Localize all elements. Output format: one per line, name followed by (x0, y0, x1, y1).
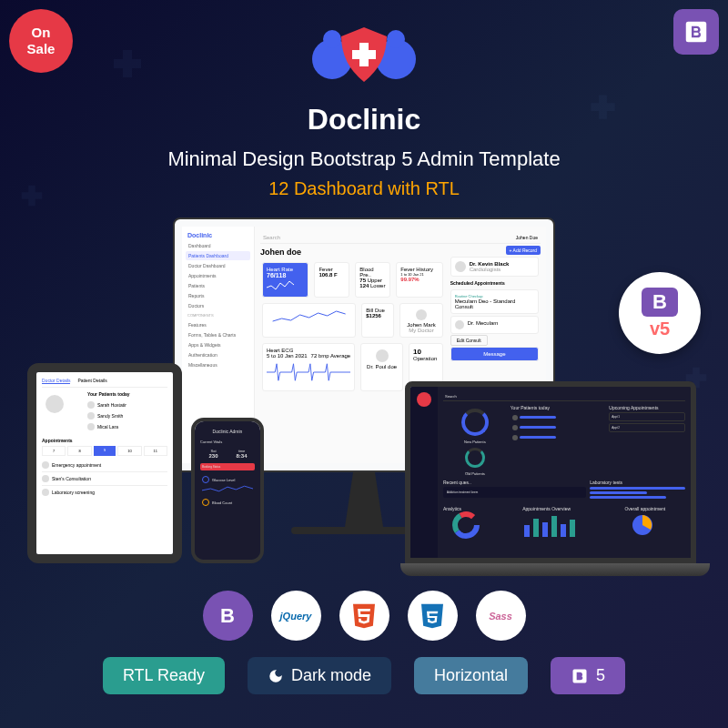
bootstrap-tech-icon: B (203, 591, 253, 641)
appts-label: Scheduled Appointments (450, 280, 539, 286)
ipad-device: Doctor Details Patient Details Your Pati… (27, 363, 182, 563)
sidebar-appointments[interactable]: Appointments (186, 271, 250, 280)
stat-val-2: 8:34 (229, 453, 254, 459)
sidebar-features[interactable]: Features (186, 320, 250, 329)
subtitle: Minimal Design Bootstrap 5 Admin Templat… (0, 147, 728, 171)
logo (300, 14, 428, 96)
horizontal-badge: Horizontal (414, 657, 528, 694)
svg-rect-12 (570, 520, 575, 537)
stat-val-1: 230 (201, 453, 226, 459)
dr-poul: Dr. Poul doe (365, 364, 399, 369)
glucose-label: Glucose Level (212, 478, 235, 482)
message-button[interactable]: Message (450, 347, 539, 361)
tech-icons-row: B jQuery Sass (0, 591, 728, 641)
sidebar-auth[interactable]: Authentication (186, 350, 250, 359)
avatar (416, 309, 427, 320)
add-record-button[interactable]: + Add Record (506, 246, 541, 255)
dr-meculam: Dr. Meculam (468, 320, 499, 329)
dark-mode-label: Dark mode (291, 666, 371, 685)
sidebar-patients[interactable]: Patients (186, 281, 250, 290)
logo-icon (417, 392, 431, 407)
horizontal-label: Horizontal (434, 666, 508, 685)
iphone-title: Doclinic Admin (198, 425, 257, 438)
op-count: 10 (413, 348, 439, 356)
bootstrap5-badge: 5 (551, 657, 625, 694)
svg-rect-7 (524, 525, 530, 537)
avatar (46, 395, 64, 413)
avatar (376, 349, 389, 362)
user-name[interactable]: Johen Doe (516, 235, 538, 240)
appt-2[interactable]: Sten's Consultation (52, 476, 91, 481)
iphone-device: Doclinic Admin Current Vitals Sat 230 ti… (191, 418, 264, 563)
tab-doctor[interactable]: Doctor Details (42, 378, 70, 384)
bootstrap-version: v5 (650, 318, 670, 339)
sidebar-apps[interactable]: Apps & Widgets (186, 340, 250, 349)
search-label[interactable]: Search (263, 235, 280, 240)
bootstrap-version-badge: B v5 (619, 272, 701, 354)
patient-name: Johen doe (260, 248, 445, 257)
patient-2[interactable]: Sandy Smith (97, 413, 123, 419)
bp-lower-lbl: Lower (370, 283, 385, 288)
lab: Laboratory tests (590, 480, 685, 485)
svg-point-2 (323, 30, 341, 48)
bootstrap-num: 5 (596, 666, 605, 685)
header: Doclinic Minimal Design Bootstrap 5 Admi… (0, 0, 728, 199)
sidebar-doctor-dash[interactable]: Doctor Dashboard (186, 261, 250, 270)
fever-pct: 99.97% (400, 277, 438, 282)
sidebar-patients-dash[interactable]: Patients Dashboard (186, 251, 250, 260)
svg-point-3 (387, 30, 405, 48)
circle-chart-2 (465, 448, 485, 468)
doctor-role: My Doctor (404, 328, 438, 333)
bootstrap-corner-icon (673, 9, 719, 55)
sidebar-dashboard[interactable]: Dashboard (186, 241, 250, 250)
brand-logo: Doclinic (186, 230, 250, 240)
page-title: Doclinic (0, 103, 728, 136)
laptop-search[interactable]: Search (445, 394, 457, 399)
sidebar-misc[interactable]: Miscellaneous (186, 360, 250, 369)
rtl-badge: RTL Ready (103, 657, 225, 694)
avatar (42, 475, 49, 482)
bootstrap-icon: B (642, 288, 678, 317)
svg-rect-8 (533, 519, 539, 537)
avatar (87, 412, 95, 420)
css3-tech-icon (408, 591, 458, 641)
bill-amount: $1256 (366, 313, 389, 318)
sale-badge: On Sale (9, 9, 73, 73)
sidebar-forms[interactable]: Forms, Tables & Charts (186, 330, 250, 339)
avatar (87, 423, 95, 430)
upcoming: Upcoming Appointments (609, 405, 685, 410)
patient-1[interactable]: Sarah Hostatir (97, 402, 126, 408)
avatar (42, 461, 49, 469)
patients-today-title: Your Patients today (87, 391, 167, 397)
sidebar-section: COMPONENTS (186, 311, 250, 319)
avatar (455, 261, 466, 272)
consult: Meculam Deo - Standard Consult (455, 298, 534, 309)
tab-patient[interactable]: Patient Details (77, 378, 106, 384)
patient-3[interactable]: Mical Lara (97, 424, 118, 430)
jquery-tech-icon: jQuery (271, 591, 321, 641)
bootstrap-icon (571, 667, 589, 685)
appt-3[interactable]: Laboratory screening (52, 490, 95, 495)
html5-tech-icon (339, 591, 389, 641)
bp-lower: 124 (359, 283, 369, 288)
sidebar-doctors[interactable]: Doctors (186, 301, 250, 310)
edit-consult-button[interactable]: Edit Consult (450, 335, 488, 346)
sidebar-reports[interactable]: Reports (186, 291, 250, 300)
blood-count-label: Blood Count (212, 500, 232, 505)
circle-chart (461, 409, 489, 436)
svg-rect-11 (561, 524, 566, 537)
devices-showcase: B v5 Doclinic Dashboard Patients Dashboa… (0, 217, 728, 581)
recent: Recent ques.. (443, 480, 586, 485)
sass-tech-icon: Sass (476, 591, 526, 641)
moon-icon (268, 668, 284, 684)
svg-rect-10 (551, 516, 557, 537)
laptop-device: Search New Patients Old Patients Your Pa… (400, 381, 701, 576)
vitals-label: Current Vitals (198, 438, 257, 446)
appt-1[interactable]: Emergency appointment (52, 462, 101, 468)
bottom-badges-row: RTL Ready Dark mode Horizontal 5 (0, 657, 728, 694)
sale-line1: On (32, 25, 51, 41)
new-patients: New Patients (443, 440, 507, 444)
avatar (455, 320, 464, 329)
avatar (87, 401, 95, 409)
rtl-label: RTL Ready (123, 666, 205, 685)
